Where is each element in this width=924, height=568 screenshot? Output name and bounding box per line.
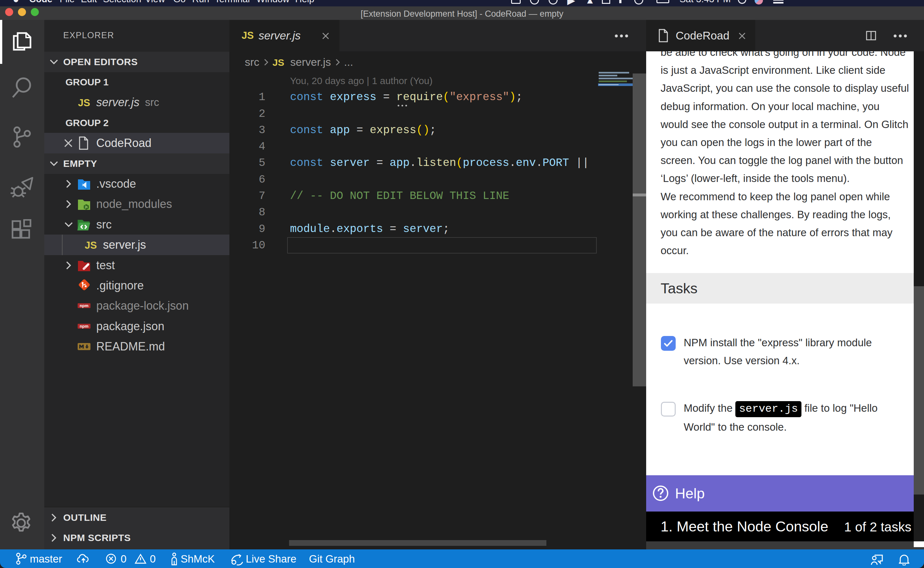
svg-text:js: js [85, 205, 88, 208]
svg-text:npm: npm [80, 303, 88, 308]
svg-text:npm: npm [80, 324, 88, 329]
